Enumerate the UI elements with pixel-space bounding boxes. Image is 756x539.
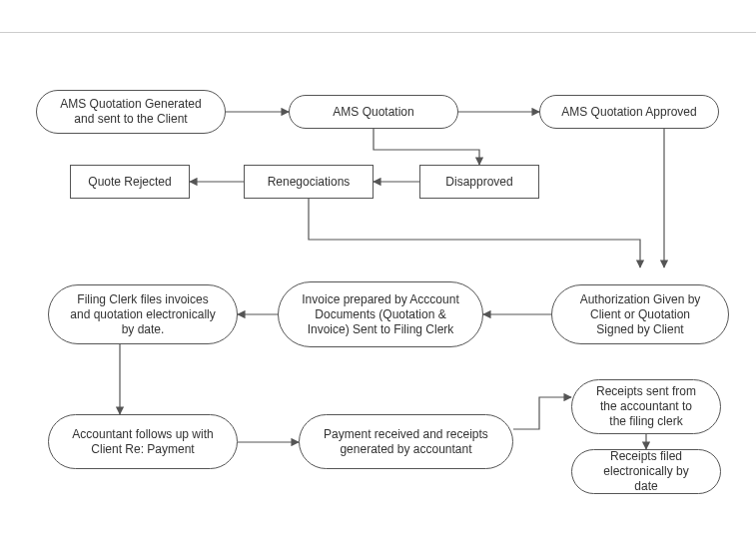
node-disapproved: Disapproved bbox=[419, 165, 539, 199]
node-ams-quotation-approved: AMS Quotation Approved bbox=[539, 95, 719, 129]
node-invoice-prepared: Invoice prepared by Acccount Documents (… bbox=[278, 281, 483, 347]
node-label: Receipts filed electronically by date bbox=[590, 449, 702, 494]
flowchart-canvas: AMS Quotation Generated and sent to the … bbox=[0, 0, 756, 539]
node-ams-quotation-generated: AMS Quotation Generated and sent to the … bbox=[36, 90, 226, 134]
node-label: Quote Rejected bbox=[88, 175, 171, 190]
node-label: AMS Quotation Generated and sent to the … bbox=[55, 97, 207, 127]
node-label: AMS Quotation Approved bbox=[561, 105, 696, 120]
node-receipts-sent: Receipts sent from the accountant to the… bbox=[571, 379, 721, 434]
node-ams-quotation: AMS Quotation bbox=[289, 95, 458, 129]
node-accountant-followup: Accountant follows up with Client Re: Pa… bbox=[48, 414, 238, 469]
node-authorization: Authorization Given by Client or Quotati… bbox=[551, 284, 729, 344]
node-quote-rejected: Quote Rejected bbox=[70, 165, 190, 199]
node-payment-received: Payment received and receipts generated … bbox=[299, 414, 513, 469]
node-label: Authorization Given by Client or Quotati… bbox=[570, 292, 710, 337]
divider bbox=[0, 32, 756, 33]
node-label: Receipts sent from the accountant to the… bbox=[590, 384, 702, 429]
node-label: Accountant follows up with Client Re: Pa… bbox=[67, 427, 219, 457]
node-renegotiations: Renegociations bbox=[244, 165, 374, 199]
node-label: Filing Clerk files invoices and quotatio… bbox=[67, 292, 219, 337]
node-label: AMS Quotation bbox=[333, 105, 413, 120]
node-label: Payment received and receipts generated … bbox=[318, 427, 494, 457]
node-filing-clerk-files: Filing Clerk files invoices and quotatio… bbox=[48, 284, 238, 344]
node-label: Renegociations bbox=[268, 175, 351, 190]
node-label: Invoice prepared by Acccount Documents (… bbox=[297, 292, 464, 337]
node-label: Disapproved bbox=[445, 175, 512, 190]
node-receipts-filed: Receipts filed electronically by date bbox=[571, 449, 721, 494]
